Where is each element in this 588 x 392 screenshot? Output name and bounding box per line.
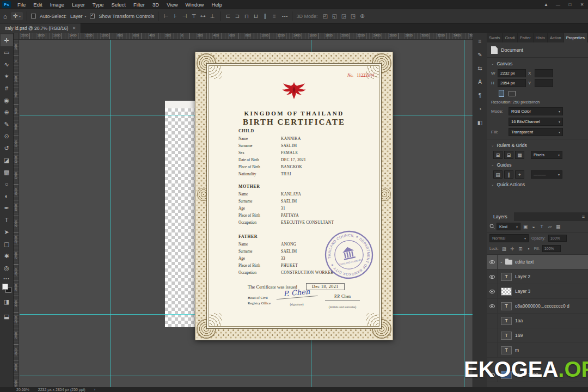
type-tool[interactable]: T [1,214,13,226]
width-field[interactable]: 2232 px [498,69,526,77]
clone-stamp-tool[interactable]: ⊙ [1,130,13,142]
brush-settings-panel-icon[interactable]: ✎ [475,50,486,59]
pen-tool[interactable]: ✒ [1,202,13,214]
guides-section-header[interactable]: ⌄Guides [491,162,584,168]
3d-drag-icon[interactable]: ◲ [340,13,347,19]
group-expand-icon[interactable]: ⌄ [500,260,503,264]
more-options-icon[interactable]: ••• [282,14,288,19]
filter-adjustment-icon[interactable]: ◒ [530,224,537,229]
paragraph-panel-icon[interactable]: ¶ [475,90,486,100]
gradient-tool[interactable]: ▩ [1,166,13,178]
text-layer-thumbnail[interactable]: T [501,346,512,354]
portrait-orientation-icon[interactable] [499,90,504,97]
layer-visibility-toggle[interactable] [487,270,498,284]
panel-tab-swats[interactable]: Swats [487,33,503,42]
3d-roll-icon[interactable]: ◱ [330,13,338,19]
vertical-ruler[interactable]: 2000200400600800100012001400160018002000… [14,40,19,387]
brush-tool[interactable]: ✎ [1,118,13,130]
align-center-h-icon[interactable]: ⊦ [171,13,179,19]
eraser-tool[interactable]: ◪ [1,154,13,166]
active-tool-badge[interactable]: ✛▾ [11,12,23,20]
layer-row-c8a0000000-cccccccc0-d[interactable]: Tc8a0000000...cccccccc0 d [487,299,588,314]
layer-visibility-toggle[interactable] [487,328,498,342]
align-right-icon[interactable]: ⊣ [181,13,188,19]
ruler-origin-corner[interactable] [14,33,19,40]
history-brush-tool[interactable]: ↺ [1,142,13,154]
notification-icon[interactable]: ▲ [540,0,552,9]
color-mode-select[interactable]: RGB Color▾ [509,107,563,115]
align-bottom-icon[interactable]: ⊥ [209,13,216,19]
layers-tab[interactable]: Layers [487,212,514,221]
canvas-section-header[interactable]: ⌄Canvas [491,61,584,66]
distribute-vertical-icon[interactable]: ⊏ [224,13,232,19]
quick-actions-section-header[interactable]: ⌄Quick Actions [491,182,584,187]
panel-tab-histo[interactable]: Histo [534,33,548,42]
layer-row-169[interactable]: T169 [487,328,588,343]
align-top-icon[interactable]: ⊤ [190,13,198,19]
filter-shape-icon[interactable]: ▱ [547,224,553,229]
landscape-orientation-icon[interactable] [509,91,516,96]
eyedropper-tool[interactable]: ◉ [1,94,13,106]
guide-clear-icon[interactable]: + [515,170,524,179]
guide-lock-icon[interactable]: ∥ [504,170,513,179]
menu-edit[interactable]: Edit [29,0,46,9]
lock-position-icon[interactable]: ✛ [509,246,516,252]
layer-row-edite-text[interactable]: ⌄edite text [487,255,588,270]
auto-select-checkbox[interactable] [31,14,36,19]
bit-depth-select[interactable]: 16 Bits/Channel▾ [509,118,563,126]
birth-certificate-document[interactable]: No.11223344 KINGDOM OF THAILAND BIRTH CE… [195,52,393,340]
history-panel-icon[interactable]: ◔ [475,104,486,114]
show-transform-checkbox[interactable] [90,14,95,19]
layer-visibility-toggle[interactable] [487,343,498,357]
filter-smart-icon[interactable]: ▦ [555,224,561,229]
layer-fill-field[interactable]: 100% [542,245,561,252]
auto-select-target-dropdown[interactable]: Layer▾ [70,14,87,19]
layer-row-layer-3[interactable]: Layer 3 [487,284,588,299]
zoom-tool[interactable]: ◎ [1,262,13,274]
distribute-horizontal-icon[interactable]: ⊐ [234,13,241,19]
mask-panel-icon[interactable]: ◧ [475,118,486,127]
hand-tool[interactable]: ✱ [1,250,13,262]
horizontal-ruler[interactable]: 2000180016001400120010008006004002000200… [14,33,473,40]
guide-vertical-3[interactable] [464,40,464,387]
document-tab[interactable]: Italy id.psd @ 20.7% (RGB/16) ✕ [0,23,81,33]
guide-horizontal-3[interactable] [20,376,473,376]
crop-tool[interactable]: # [1,82,13,94]
swap-panel-icon[interactable]: ⇆ [475,63,486,73]
status-arrow-icon[interactable]: › [94,388,95,391]
panel-tab-gradi[interactable]: Gradi [503,33,517,42]
lock-transparency-icon[interactable]: ▨ [501,246,507,252]
home-icon[interactable]: ⌂ [3,13,7,20]
menu-layer[interactable]: Layer [68,0,89,9]
rulers-grids-section-header[interactable]: ⌄Rulers & Grids [491,143,584,148]
align-left-icon[interactable]: ⊢ [162,13,170,19]
dodge-tool[interactable]: ◐ [1,190,13,202]
color-chips[interactable] [2,284,11,293]
healing-brush-tool[interactable]: ⊕ [1,106,13,118]
menu-select[interactable]: Select [107,0,129,9]
quick-selection-tool[interactable]: ✶ [1,70,13,82]
menu-help[interactable]: Help [207,0,226,9]
minimize-icon[interactable]: — [552,0,564,9]
kind-filter-select[interactable]: Kind▾ [497,223,520,230]
layer-row-layer-2[interactable]: TLayer 2 [487,270,588,284]
3d-scale-icon[interactable]: ⊕ [358,13,366,19]
menu-view[interactable]: View [163,0,181,9]
menu-3d[interactable]: 3D [149,0,163,9]
foreground-color-swatch[interactable] [2,284,8,290]
menu-image[interactable]: Image [46,0,68,9]
layer-visibility-toggle[interactable] [487,284,498,298]
adjustments-panel-icon[interactable]: ≡ [475,36,486,46]
text-layer-thumbnail[interactable]: T [501,332,512,340]
layer-visibility-toggle[interactable] [487,255,498,269]
snap-toggle-icon[interactable]: ▦ [515,151,524,159]
panel-tab-properties[interactable]: Properties [564,33,587,42]
menu-filter[interactable]: Filter [130,0,149,9]
filter-pixel-icon[interactable]: ▣ [522,224,529,229]
menu-type[interactable]: Type [89,0,108,9]
shape-tool[interactable]: ▢ [1,238,13,250]
layer-visibility-toggle[interactable] [487,314,498,328]
grid-toggle-icon[interactable]: ⊟ [504,151,513,159]
marquee-tool[interactable]: ▭ [1,46,13,58]
ruler-toggle-icon[interactable]: ⊞ [493,151,503,159]
